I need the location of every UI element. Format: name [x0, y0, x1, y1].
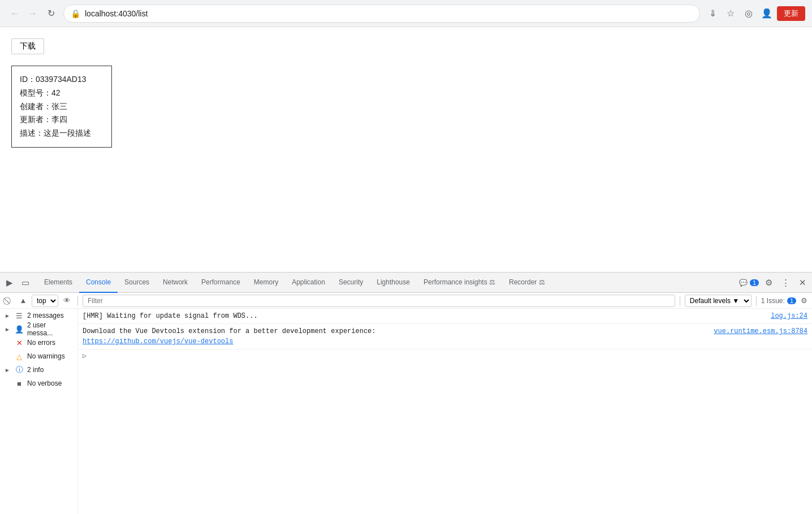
sidebar-item-messages[interactable]: ► ☰ 2 messages	[0, 309, 77, 322]
console-file-ref-1[interactable]: log.js:24	[771, 311, 807, 321]
toolbar-divider-2	[680, 296, 680, 306]
console-msg-text-1: [HMR] Waiting for update signal from WDS…	[83, 311, 771, 321]
sidebar-label-verbose: No verbose	[27, 379, 62, 387]
tab-sources[interactable]: Sources	[118, 273, 156, 293]
tab-console[interactable]: Console	[79, 273, 118, 293]
download-page-button[interactable]: ⇓	[705, 6, 720, 21]
console-body: ► ☰ 2 messages ► 👤 2 user messa... ✕ No …	[0, 309, 812, 514]
console-main: [HMR] Waiting for update signal from WDS…	[78, 309, 812, 514]
console-msg-row-2: Download the Vue Devtools extension for …	[83, 326, 807, 336]
sidebar-label-user-messages: 2 user messa...	[27, 321, 73, 337]
device-toolbar-button[interactable]: ▭	[18, 275, 33, 290]
devtools-left-icons: ▶ ▭	[2, 275, 37, 290]
vue-devtools-link[interactable]: https://github.com/vuejs/vue-devtools	[83, 338, 233, 345]
console-message-1: [HMR] Waiting for update signal from WDS…	[78, 309, 812, 324]
devtools-panel: ▶ ▭ Elements Console Sources Network Per…	[0, 272, 812, 514]
download-button[interactable]: 下载	[11, 38, 44, 54]
sidebar-item-verbose[interactable]: ■ No verbose	[0, 377, 77, 390]
tab-elements[interactable]: Elements	[37, 273, 79, 293]
back-button[interactable]: ←	[7, 6, 23, 21]
inspect-element-button[interactable]: ▶	[2, 275, 17, 290]
prompt-arrow: ▷	[83, 352, 87, 360]
sidebar-label-messages: 2 messages	[27, 312, 64, 319]
update-button[interactable]: 更新	[777, 6, 805, 21]
expand-icon-info: ►	[5, 367, 11, 373]
info-icon: ⓘ	[15, 365, 24, 375]
card-creator: 创建者：张三	[20, 100, 103, 114]
bookmark-button[interactable]: ☆	[723, 6, 738, 21]
card-updater: 更新者：李四	[20, 113, 103, 127]
sidebar-item-warnings[interactable]: △ No warnings	[0, 349, 77, 363]
expand-icon-user: ►	[5, 326, 11, 332]
card-desc: 描述：这是一段描述	[20, 127, 103, 140]
messages-icon: ☰	[15, 312, 24, 320]
console-settings-button[interactable]: ⚙	[798, 295, 810, 306]
eye-button[interactable]: 👁	[61, 295, 73, 307]
error-icon: ✕	[15, 339, 24, 347]
warning-icon: △	[15, 352, 24, 361]
tab-performance[interactable]: Performance	[195, 273, 247, 293]
console-prompt: ▷	[78, 349, 812, 362]
issues-badge: 1	[750, 279, 759, 286]
url-text: localhost:4030/list	[85, 9, 693, 18]
devtools-right-icons: 💬 1 ⚙ ⋮ ✕	[739, 275, 810, 290]
tab-network[interactable]: Network	[156, 273, 195, 293]
issue-count-label: 1 Issue: 1	[761, 297, 796, 305]
card-id: ID：0339734AD13	[20, 73, 103, 87]
card-model: 模型号：42	[20, 87, 103, 100]
tab-performance-insights[interactable]: Performance insights ⚖	[417, 273, 502, 293]
nav-buttons: ← → ↻	[7, 6, 59, 21]
console-sidebar: ► ☰ 2 messages ► 👤 2 user messa... ✕ No …	[0, 309, 78, 514]
browser-chrome: ← → ↻ 🔒 localhost:4030/list ⇓ ☆ ◎ 👤 更新	[0, 0, 812, 27]
sidebar-item-errors[interactable]: ✕ No errors	[0, 336, 77, 349]
forward-button[interactable]: →	[25, 6, 41, 21]
tab-security[interactable]: Security	[332, 273, 370, 293]
filter-button[interactable]: ▲	[17, 295, 29, 307]
toolbar-divider	[77, 296, 78, 306]
issues-count-badge: 1	[787, 297, 796, 304]
levels-select[interactable]: Default levels ▼	[685, 295, 751, 307]
toolbar-icons: ⇓ ☆ ◎ 👤 更新	[705, 6, 805, 21]
tab-recorder[interactable]: Recorder ⚖	[502, 273, 552, 293]
verbose-icon: ■	[15, 379, 24, 388]
lock-icon: 🔒	[71, 9, 80, 18]
console-msg-link-row: https://github.com/vuejs/vue-devtools	[83, 336, 807, 347]
tab-memory[interactable]: Memory	[247, 273, 285, 293]
context-select[interactable]: top	[32, 295, 58, 307]
toolbar-divider-3	[756, 296, 757, 306]
filter-input[interactable]	[83, 295, 675, 307]
console-msg-text-2: Download the Vue Devtools extension for …	[83, 326, 714, 336]
console-msg-row-1: [HMR] Waiting for update signal from WDS…	[83, 311, 807, 321]
sidebar-item-user-messages[interactable]: ► 👤 2 user messa...	[0, 322, 77, 336]
devtools-tabbar: ▶ ▭ Elements Console Sources Network Per…	[0, 273, 812, 293]
sidebar-label-info: 2 info	[27, 366, 44, 374]
profile-button[interactable]: 👤	[759, 6, 775, 21]
sidebar-item-info[interactable]: ► ⓘ 2 info	[0, 363, 77, 377]
devtools-settings-button[interactable]: ⚙	[761, 275, 776, 290]
reload-button[interactable]: ↻	[43, 6, 59, 21]
console-message-2: Download the Vue Devtools extension for …	[78, 324, 812, 349]
extensions-button[interactable]: ◎	[741, 6, 757, 21]
tab-lighthouse[interactable]: Lighthouse	[370, 273, 417, 293]
devtools-more-button[interactable]: ⋮	[778, 275, 793, 290]
main-content: 下载 ID：0339734AD13 模型号：42 创建者：张三 更新者：李四 描…	[0, 27, 812, 272]
console-toolbar: ⃠ ▲ top 👁 Default levels ▼ 1 Issue: 1 ⚙	[0, 293, 812, 309]
sidebar-label-errors: No errors	[27, 339, 55, 347]
clear-console-button[interactable]: ⃠	[2, 295, 15, 307]
issues-count-text: 1 Issue:	[761, 297, 785, 305]
expand-icon-messages: ►	[5, 313, 11, 319]
tab-application[interactable]: Application	[285, 273, 332, 293]
console-file-ref-2[interactable]: vue.runtime.esm.js:8784	[714, 326, 807, 336]
devtools-close-button[interactable]: ✕	[795, 275, 810, 290]
user-messages-icon: 👤	[15, 325, 24, 334]
sidebar-label-warnings: No warnings	[27, 352, 65, 360]
item-card: ID：0339734AD13 模型号：42 创建者：张三 更新者：李四 描述：这…	[11, 66, 112, 148]
issues-button[interactable]: 💬 1	[739, 279, 759, 287]
address-bar[interactable]: 🔒 localhost:4030/list	[63, 5, 700, 23]
chat-icon: 💬	[739, 279, 748, 287]
